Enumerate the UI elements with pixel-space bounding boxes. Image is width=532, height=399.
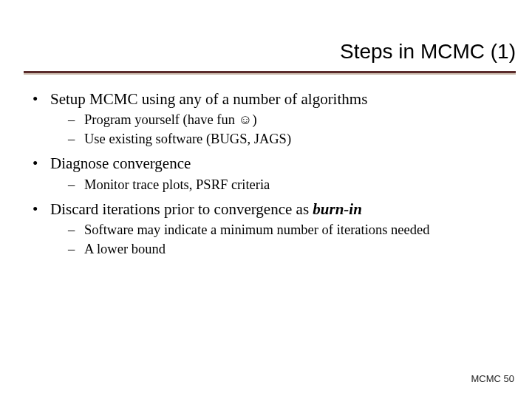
bullet-list: Setup MCMC using any of a number of algo… — [30, 89, 510, 259]
slide-title: Steps in MCMC (1) — [340, 40, 516, 64]
sub-item: Monitor trace plots, PSRF criteria — [50, 176, 510, 194]
sub-item: Program yourself (have fun ☺) — [50, 111, 510, 129]
footer-label: MCMC — [471, 373, 500, 384]
title-rule — [24, 71, 516, 75]
sub-list: Monitor trace plots, PSRF criteria — [50, 176, 510, 194]
list-item: Discard iterations prior to convergence … — [30, 199, 510, 259]
sub-item: Software may indicate a minimum number o… — [50, 221, 510, 239]
bullet-text: Setup MCMC using any of a number of algo… — [50, 90, 367, 108]
sub-list: Program yourself (have fun ☺) Use existi… — [50, 111, 510, 149]
sub-item: Use existing software (BUGS, JAGS) — [50, 130, 510, 149]
bullet-text-pre: Discard iterations prior to convergence … — [50, 200, 313, 218]
slide-footer: MCMC 50 — [471, 373, 514, 384]
slide: Steps in MCMC (1) Setup MCMC using any o… — [0, 0, 532, 399]
emphasis-burn-in: burn-in — [313, 200, 362, 218]
list-item: Setup MCMC using any of a number of algo… — [30, 89, 510, 149]
sub-list: Software may indicate a minimum number o… — [50, 221, 510, 259]
sub-item: A lower bound — [50, 240, 510, 259]
slide-body: Setup MCMC using any of a number of algo… — [30, 87, 510, 263]
bullet-text: Diagnose convergence — [50, 154, 191, 172]
list-item: Diagnose convergence Monitor trace plots… — [30, 153, 510, 194]
rule-light — [24, 73, 516, 75]
footer-page: 50 — [504, 373, 514, 384]
